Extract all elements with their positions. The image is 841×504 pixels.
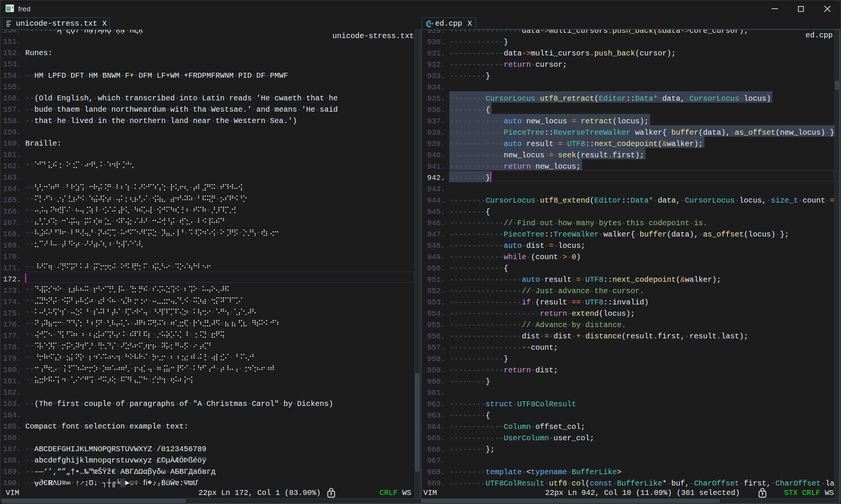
svg-text:?: ? <box>149 481 151 484</box>
